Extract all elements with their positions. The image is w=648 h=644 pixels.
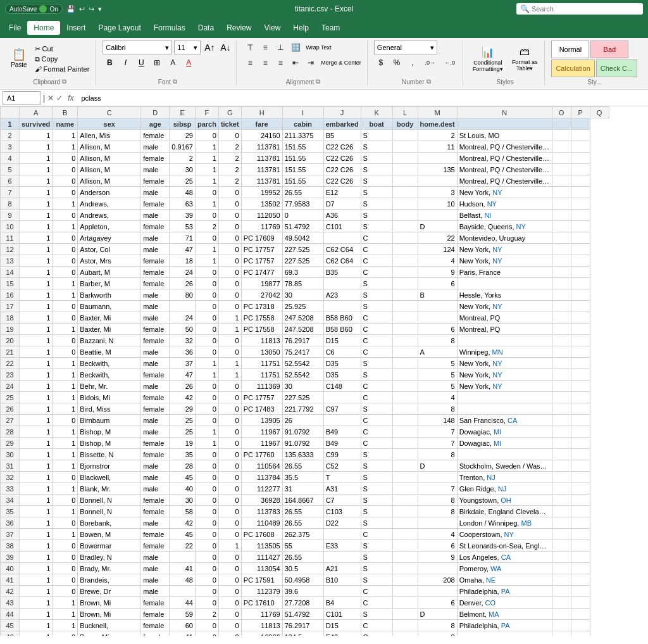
table-cell[interactable]: Dowagiac, MI xyxy=(457,438,552,449)
table-cell[interactable] xyxy=(552,631,571,636)
table-cell[interactable]: 208 xyxy=(418,574,457,586)
table-cell[interactable]: S xyxy=(361,540,392,552)
table-cell[interactable] xyxy=(552,244,571,255)
table-cell[interactable]: 11769 xyxy=(241,609,282,620)
table-cell[interactable]: 1 xyxy=(218,540,241,552)
table-cell[interactable] xyxy=(571,460,590,472)
table-cell[interactable] xyxy=(392,552,418,563)
menu-review[interactable]: Review xyxy=(220,21,258,35)
table-cell[interactable]: male xyxy=(141,187,170,198)
table-cell[interactable]: 1 xyxy=(20,335,53,346)
table-cell[interactable]: 124 xyxy=(418,244,457,255)
table-cell[interactable]: C xyxy=(361,392,392,403)
table-cell[interactable]: 8 xyxy=(418,620,457,631)
table-cell[interactable]: 0 xyxy=(218,529,241,540)
table-cell[interactable]: 0 xyxy=(218,289,241,301)
data-header-boat[interactable]: boat xyxy=(361,118,392,130)
row-number[interactable]: 18 xyxy=(1,312,20,324)
table-cell[interactable]: female xyxy=(141,335,170,346)
table-cell[interactable] xyxy=(457,392,552,403)
table-cell[interactable]: Andrews, xyxy=(78,198,141,210)
align-right-button[interactable]: ≡ xyxy=(273,56,287,70)
search-input[interactable] xyxy=(516,3,643,15)
table-cell[interactable]: 1 xyxy=(53,483,78,495)
table-cell[interactable] xyxy=(552,221,571,232)
table-cell[interactable]: 0 xyxy=(218,335,241,346)
table-cell[interactable]: female xyxy=(141,324,170,335)
table-cell[interactable]: 1 xyxy=(20,289,53,301)
table-cell[interactable] xyxy=(392,232,418,244)
table-cell[interactable]: 24 xyxy=(170,312,196,324)
row-number[interactable]: 22 xyxy=(1,358,20,369)
formula-validate-x[interactable]: ✕ xyxy=(47,94,54,103)
table-cell[interactable]: 1 xyxy=(195,438,218,449)
table-cell[interactable]: 45 xyxy=(170,529,196,540)
table-cell[interactable]: PC 17757 xyxy=(241,244,282,255)
table-cell[interactable]: S xyxy=(361,187,392,198)
row-number[interactable]: 36 xyxy=(1,517,20,529)
table-cell[interactable]: 11 xyxy=(418,141,457,153)
table-cell[interactable]: 0 xyxy=(195,289,218,301)
table-cell[interactable]: S xyxy=(361,609,392,620)
table-cell[interactable]: 0 xyxy=(53,517,78,529)
table-cell[interactable] xyxy=(571,278,590,289)
table-cell[interactable]: 52.5542 xyxy=(282,358,323,369)
table-cell[interactable] xyxy=(571,130,590,141)
row-number[interactable]: 19 xyxy=(1,324,20,335)
table-cell[interactable] xyxy=(323,415,361,426)
table-cell[interactable]: 1 xyxy=(53,597,78,609)
table-cell[interactable]: 0 xyxy=(53,552,78,563)
table-cell[interactable]: male xyxy=(141,289,170,301)
table-cell[interactable]: 1 xyxy=(195,369,218,381)
table-cell[interactable]: C22 C26 xyxy=(323,175,361,187)
table-cell[interactable]: Montreal, PQ / Chesterville, ON xyxy=(457,164,552,175)
table-cell[interactable]: 40 xyxy=(170,483,196,495)
table-cell[interactable]: 135 xyxy=(418,164,457,175)
table-cell[interactable]: 1 xyxy=(53,221,78,232)
table-cell[interactable]: 1 xyxy=(20,563,53,574)
table-cell[interactable]: Bjornstror xyxy=(78,460,141,472)
table-cell[interactable] xyxy=(552,141,571,153)
table-cell[interactable]: 227.525 xyxy=(282,244,323,255)
table-cell[interactable] xyxy=(552,130,571,141)
table-cell[interactable]: 52.5542 xyxy=(282,369,323,381)
table-cell[interactable]: C xyxy=(361,267,392,278)
table-cell[interactable] xyxy=(552,392,571,403)
table-cell[interactable] xyxy=(552,278,571,289)
table-cell[interactable]: 0 xyxy=(218,381,241,392)
table-cell[interactable]: 0 xyxy=(218,506,241,517)
col-header-K[interactable]: K xyxy=(361,107,392,118)
table-cell[interactable] xyxy=(571,438,590,449)
font-size-select[interactable]: 11 ▾ xyxy=(174,41,201,54)
table-cell[interactable] xyxy=(571,506,590,517)
table-cell[interactable]: 1 xyxy=(20,529,53,540)
table-cell[interactable] xyxy=(571,369,590,381)
align-middle-button[interactable]: ≡ xyxy=(258,41,272,54)
table-cell[interactable]: 0 xyxy=(218,597,241,609)
table-cell[interactable]: Montreal, PQ xyxy=(457,312,552,324)
table-cell[interactable]: 6 xyxy=(418,597,457,609)
data-header-corner[interactable]: 1 xyxy=(1,118,20,130)
table-cell[interactable] xyxy=(392,244,418,255)
table-cell[interactable]: 1 xyxy=(195,358,218,369)
table-cell[interactable]: Youngstown, OH xyxy=(457,495,552,506)
table-cell[interactable]: D15 xyxy=(323,335,361,346)
table-cell[interactable] xyxy=(418,563,457,574)
table-cell[interactable]: male xyxy=(141,312,170,324)
table-cell[interactable]: 1 xyxy=(20,358,53,369)
table-cell[interactable] xyxy=(571,574,590,586)
table-cell[interactable]: Paris, France xyxy=(457,267,552,278)
table-cell[interactable] xyxy=(571,312,590,324)
table-cell[interactable]: New York, NY xyxy=(457,358,552,369)
row-number[interactable]: 4 xyxy=(1,153,20,164)
table-cell[interactable]: A23 xyxy=(323,289,361,301)
table-cell[interactable] xyxy=(392,255,418,267)
table-cell[interactable]: D35 xyxy=(323,369,361,381)
table-cell[interactable]: 49.5042 xyxy=(282,232,323,244)
table-cell[interactable] xyxy=(571,153,590,164)
table-cell[interactable]: 1 xyxy=(20,141,53,153)
table-cell[interactable]: male xyxy=(141,232,170,244)
table-cell[interactable]: 11769 xyxy=(241,221,282,232)
table-cell[interactable]: 0 xyxy=(53,540,78,552)
table-cell[interactable]: 30.5 xyxy=(282,563,323,574)
